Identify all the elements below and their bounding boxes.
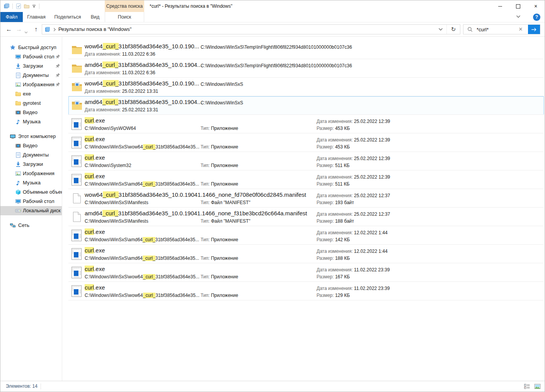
result-row[interactable]: amd64_curl_31bf3856ad364e35_10.0.1904...… bbox=[68, 96, 545, 115]
sidebar-section: Быстрый доступРабочий столЗагрузкиДокуме… bbox=[0, 43, 62, 126]
file-type-value: Файл "MANIFEST" bbox=[211, 200, 250, 205]
file-type-value: Приложение bbox=[211, 181, 238, 187]
file-size-label: Размер: bbox=[317, 144, 335, 150]
search-input[interactable] bbox=[476, 26, 519, 34]
file-path: C:\Windows\System32 bbox=[85, 163, 131, 168]
up-button[interactable]: ↑ bbox=[31, 22, 41, 36]
result-row[interactable]: curl.exeДата изменения: 25.02.2022 12:39… bbox=[68, 170, 545, 189]
sidebar-group-label: Этот компьютер bbox=[18, 132, 56, 141]
result-row[interactable]: curl.exeДата изменения: 11.02.2022 23:39… bbox=[68, 282, 545, 300]
file-date: Дата изменения: 11.03.2022 6:36 bbox=[85, 51, 155, 57]
search-go-button[interactable] bbox=[528, 25, 540, 34]
tab-1[interactable]: Поделиться bbox=[50, 12, 85, 22]
music-icon bbox=[15, 119, 21, 125]
file-date-value: 25.02.2022 12:37 bbox=[354, 211, 390, 217]
file-date-label: Дата изменения: bbox=[317, 230, 354, 235]
sidebar-item-pictures[interactable]: Изображения bbox=[0, 80, 62, 89]
sidebar-item-downloads[interactable]: Загрузки bbox=[0, 160, 62, 169]
sidebar-item-local-disk-c[interactable]: Локальный диск (C:) bbox=[0, 206, 62, 215]
result-row[interactable]: amd64_curl_31bf3856ad364e35_10.0.1904...… bbox=[68, 59, 545, 78]
star-icon bbox=[10, 44, 16, 51]
address-dropdown-icon[interactable] bbox=[434, 25, 447, 34]
file-date: Дата изменения: 25.02.2022 13:31 bbox=[85, 89, 158, 94]
tab-file[interactable]: Файл bbox=[0, 12, 23, 22]
file-name: curl.exe bbox=[85, 266, 105, 272]
result-row[interactable]: curl.exeДата изменения: 25.02.2022 12:39… bbox=[68, 152, 545, 170]
file-size: Размер: 167 КБ bbox=[317, 274, 350, 280]
desktop-icon bbox=[15, 198, 21, 205]
maximize-button[interactable] bbox=[509, 0, 527, 12]
result-row[interactable]: curl.exeДата изменения: 11.02.2022 23:39… bbox=[68, 263, 545, 282]
result-row[interactable]: curl.exeДата изменения: 12.02.2022 1:44C… bbox=[68, 226, 545, 245]
sidebar-item-desktop[interactable]: Рабочий стол bbox=[0, 197, 62, 206]
file-type-value: Приложение bbox=[211, 144, 238, 150]
sidebar-item-videos[interactable]: Видео bbox=[0, 141, 62, 150]
sidebar-item-music[interactable]: Музыка bbox=[0, 117, 62, 126]
customize-toolbar-icon[interactable] bbox=[32, 3, 36, 9]
file-date-value: 12.02.2022 1:44 bbox=[354, 249, 388, 254]
sidebar-item-exe[interactable]: exe bbox=[0, 89, 62, 99]
collapse-ribbon-icon[interactable] bbox=[516, 15, 521, 18]
sidebar-item-desktop[interactable]: Рабочий стол bbox=[0, 52, 62, 61]
pin-icon bbox=[55, 63, 60, 68]
sidebar-item-pictures[interactable]: Изображения bbox=[0, 169, 62, 178]
file-type-label: Тип: bbox=[201, 237, 211, 242]
result-row[interactable]: curl.exeДата изменения: 25.02.2022 12:39… bbox=[68, 115, 545, 133]
file-date-value: 25.02.2022 12:39 bbox=[354, 156, 390, 161]
sidebar-item-documents[interactable]: Документы bbox=[0, 150, 62, 160]
result-row[interactable]: wow64_curl_31bf3856ad364e35_10.0.190...C… bbox=[68, 41, 545, 59]
file-date-label: Дата изменения: bbox=[85, 70, 122, 75]
new-folder-icon[interactable] bbox=[24, 3, 30, 9]
sidebar-item-documents[interactable]: Документы bbox=[0, 71, 62, 80]
file-type: Тип: Приложение bbox=[201, 163, 238, 168]
sidebar: Быстрый доступРабочий столЗагрузкиДокуме… bbox=[0, 37, 62, 381]
pin-icon bbox=[55, 82, 60, 87]
file-date-label: Дата изменения: bbox=[317, 156, 354, 161]
sidebar-item-videos[interactable]: Видео bbox=[0, 108, 62, 117]
sidebar-group-quick-access[interactable]: Быстрый доступ bbox=[0, 43, 62, 52]
close-button[interactable]: × bbox=[527, 0, 545, 12]
properties-icon[interactable] bbox=[15, 3, 22, 9]
quick-access-toolbar bbox=[3, 0, 40, 12]
details-view-icon[interactable] bbox=[524, 383, 530, 390]
file-size-value: 129 КБ bbox=[335, 293, 350, 298]
help-icon[interactable]: ? bbox=[533, 14, 540, 21]
file-type: Тип: Приложение bbox=[201, 237, 238, 242]
desktop-icon bbox=[15, 54, 21, 60]
file-date-value: 25.02.2022 13:31 bbox=[122, 89, 158, 94]
file-type-label: Тип: bbox=[201, 163, 211, 168]
file-type: Тип: Приложение bbox=[201, 274, 238, 280]
file-size-value: 511 КБ bbox=[335, 163, 349, 168]
address-bar: ← → ↑ Результаты поиска в "Windows" ↻ ✕ bbox=[0, 22, 545, 37]
sidebar-group-this-pc[interactable]: Этот компьютер bbox=[0, 132, 62, 141]
refresh-icon[interactable]: ↻ bbox=[446, 25, 460, 34]
sidebar-item-gyrotest[interactable]: gyrotest bbox=[0, 99, 62, 108]
result-row[interactable]: wow64_curl_31bf3856ad364e35_10.0.19041.1… bbox=[68, 189, 545, 208]
sidebar-item-downloads[interactable]: Загрузки bbox=[0, 61, 62, 71]
file-name: amd64_curl_31bf3856ad364e35_10.0.1904... bbox=[85, 99, 202, 105]
forward-button[interactable]: → bbox=[14, 22, 24, 36]
breadcrumb[interactable]: Результаты поиска в "Windows" bbox=[58, 25, 131, 34]
file-type-value: Приложение bbox=[211, 163, 238, 168]
result-row[interactable]: wow64_curl_31bf3856ad364e35_10.0.190...C… bbox=[68, 78, 545, 96]
clear-search-icon[interactable]: ✕ bbox=[517, 25, 525, 34]
file-date: Дата изменения: 25.02.2022 12:37 bbox=[317, 211, 390, 217]
back-button[interactable]: ← bbox=[3, 22, 14, 36]
result-row[interactable]: curl.exeДата изменения: 12.02.2022 1:44C… bbox=[68, 245, 545, 263]
breadcrumb-bar[interactable]: Результаты поиска в "Windows" ↻ bbox=[42, 24, 460, 34]
sidebar-item-music[interactable]: Музыка bbox=[0, 178, 62, 187]
app-icon bbox=[72, 230, 82, 241]
thumbnails-view-icon[interactable] bbox=[534, 383, 541, 390]
minimize-button[interactable] bbox=[491, 0, 509, 12]
result-row[interactable]: curl.exeДата изменения: 25.02.2022 12:39… bbox=[68, 133, 545, 152]
result-row[interactable]: amd64_curl_31bf3856ad364e35_10.0.19041.1… bbox=[68, 208, 545, 226]
tab-2[interactable]: Вид bbox=[85, 12, 105, 22]
file-name: wow64_curl_31bf3856ad364e35_10.0.190... bbox=[85, 80, 199, 87]
tab-search[interactable]: Поиск bbox=[105, 12, 144, 22]
app-icon bbox=[72, 155, 82, 167]
tab-0[interactable]: Главная bbox=[23, 12, 50, 22]
recent-locations-icon[interactable] bbox=[24, 22, 28, 36]
status-bar: Элементов: 14 bbox=[0, 381, 545, 392]
sidebar-group-network[interactable]: Сеть bbox=[0, 221, 62, 230]
sidebar-item-3d-objects[interactable]: Объемные объекты bbox=[0, 187, 62, 197]
